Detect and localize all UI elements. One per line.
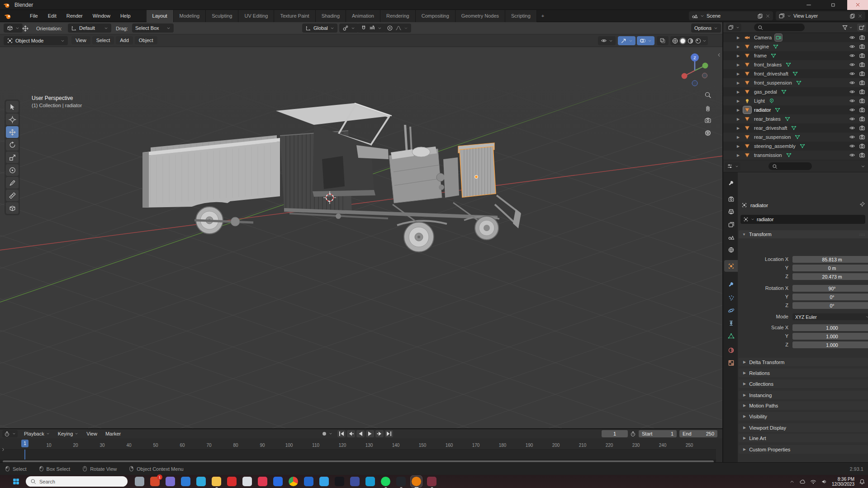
- taskbar-app-spotify[interactable]: [380, 476, 391, 487]
- render-visibility-icon[interactable]: [857, 125, 867, 131]
- notifications-icon[interactable]: [859, 479, 865, 485]
- app-menu-icon[interactable]: [5, 12, 12, 20]
- tab-compositing[interactable]: Compositing: [416, 10, 455, 22]
- properties-tab-object[interactable]: [724, 260, 738, 272]
- jump-to-start-button[interactable]: [337, 430, 346, 437]
- tool-add-cube[interactable]: [6, 202, 19, 214]
- outliner-row[interactable]: ▶Light: [723, 96, 868, 105]
- close-button[interactable]: [847, 0, 868, 10]
- transform-value-field[interactable]: 0°: [792, 294, 868, 300]
- disclosure-icon[interactable]: ▶: [737, 72, 743, 76]
- hide-eye-icon[interactable]: [847, 34, 857, 41]
- outliner-display-mode[interactable]: [726, 24, 741, 31]
- pan-view-button[interactable]: [702, 102, 713, 113]
- menu-help[interactable]: Help: [116, 12, 135, 20]
- transform-value-field[interactable]: 1.000: [792, 324, 868, 331]
- rendered-shading-button[interactable]: [695, 38, 702, 44]
- snap-toggle-button[interactable]: [357, 24, 385, 33]
- outliner-row[interactable]: ▶steering_assembly: [723, 142, 868, 151]
- taskbar-app-mail-badge[interactable]: 1: [149, 476, 161, 487]
- hide-eye-icon[interactable]: [847, 152, 857, 158]
- remove-layer-icon[interactable]: [858, 14, 863, 19]
- menu-window[interactable]: Window: [89, 12, 114, 20]
- render-visibility-icon[interactable]: [857, 71, 867, 77]
- truck-model[interactable]: [142, 103, 521, 252]
- disclosure-icon[interactable]: ▶: [737, 126, 743, 130]
- hide-eye-icon[interactable]: [847, 62, 857, 68]
- object-visibility-dropdown[interactable]: [598, 36, 616, 45]
- hide-eye-icon[interactable]: [847, 116, 857, 122]
- taskbar-app-dropbox[interactable]: [272, 476, 284, 487]
- tab-rendering[interactable]: Rendering: [380, 10, 416, 22]
- properties-tab-output[interactable]: [724, 206, 738, 218]
- stopwatch-icon[interactable]: [630, 431, 636, 437]
- render-visibility-icon[interactable]: [857, 98, 867, 104]
- disclosure-icon[interactable]: ▶: [737, 63, 743, 67]
- render-visibility-icon[interactable]: [857, 143, 867, 149]
- filter-icon[interactable]: [842, 24, 848, 31]
- render-visibility-icon[interactable]: [857, 80, 867, 86]
- render-visibility-icon[interactable]: [857, 34, 867, 41]
- transform-value-field[interactable]: XYZ Euler: [792, 313, 868, 320]
- disclosure-icon[interactable]: ▶: [737, 99, 743, 103]
- render-visibility-icon[interactable]: [857, 89, 867, 95]
- disclosure-icon[interactable]: ▶: [737, 135, 743, 139]
- taskbar-clock[interactable]: 8:36 PM 12/30/2023: [832, 477, 854, 487]
- tab-texture-paint[interactable]: Texture Paint: [274, 10, 315, 22]
- tab-sculpting[interactable]: Sculpting: [206, 10, 238, 22]
- properties-tab-particles[interactable]: [724, 292, 738, 303]
- outliner-row[interactable]: ▶rear_brakes: [723, 114, 868, 123]
- outliner-row[interactable]: ▶front_driveshaft: [723, 69, 868, 78]
- viewport-menu-object[interactable]: Object: [135, 36, 157, 44]
- wireframe-shading-button[interactable]: [672, 38, 678, 44]
- outliner-row[interactable]: ▶Camera: [723, 33, 868, 42]
- tool-transform[interactable]: [6, 164, 19, 176]
- tool-cursor[interactable]: [6, 114, 19, 125]
- hide-eye-icon[interactable]: [847, 89, 857, 95]
- viewport-menu-view[interactable]: View: [71, 36, 90, 44]
- volume-icon[interactable]: [821, 479, 827, 485]
- transform-orientation-dropdown[interactable]: Global: [302, 24, 337, 33]
- disclosure-icon[interactable]: ▶: [737, 54, 743, 58]
- transform-value-field[interactable]: 1.000: [792, 341, 868, 348]
- outliner-row[interactable]: ▶transmission: [723, 151, 868, 160]
- show-gizmo-button[interactable]: [618, 36, 636, 45]
- menu-file[interactable]: File: [26, 12, 42, 20]
- menu-edit[interactable]: Edit: [44, 12, 61, 20]
- properties-display-button[interactable]: [725, 162, 740, 171]
- prev-keyframe-button[interactable]: [347, 430, 355, 437]
- taskbar-app-terminal[interactable]: [395, 476, 407, 487]
- timeline-track[interactable]: [0, 450, 716, 460]
- options-dropdown[interactable]: Options: [691, 24, 721, 33]
- section-viewport-display[interactable]: ▶Viewport Display: [739, 423, 868, 432]
- disclosure-icon[interactable]: ▶: [737, 117, 743, 121]
- end-frame-field[interactable]: End 250: [679, 430, 717, 437]
- xray-toggle-button[interactable]: [657, 36, 669, 45]
- viewport-canvas[interactable]: User Perspective (1) Collection | radiat…: [0, 47, 722, 428]
- ortho-toggle-button[interactable]: [702, 128, 713, 138]
- onedrive-icon[interactable]: [799, 479, 806, 485]
- taskbar-app-fonts[interactable]: [334, 476, 345, 487]
- outliner-row[interactable]: ▶gas_pedal: [723, 87, 868, 96]
- section-relations[interactable]: ▶Relations: [739, 369, 868, 377]
- tool-rotate[interactable]: [6, 139, 19, 151]
- next-keyframe-button[interactable]: [375, 430, 384, 437]
- pin-icon[interactable]: [859, 201, 865, 208]
- record-icon[interactable]: [321, 431, 327, 437]
- properties-tab-render[interactable]: [724, 193, 738, 205]
- timeline-menu-view[interactable]: View: [83, 430, 101, 437]
- taskbar-app-prime-video[interactable]: [365, 476, 376, 487]
- section-line-art[interactable]: ▶Line Art: [739, 434, 868, 442]
- hide-eye-icon[interactable]: [847, 125, 857, 131]
- chevron-down-icon[interactable]: [702, 39, 707, 43]
- add-workspace-button[interactable]: +: [537, 13, 549, 19]
- taskbar-app-mdfp[interactable]: [303, 476, 314, 487]
- tab-modeling[interactable]: Modeling: [174, 10, 206, 22]
- section-visibility[interactable]: ▶Visibility: [739, 412, 868, 421]
- mode-dropdown[interactable]: Object Mode: [4, 36, 68, 45]
- taskbar-app-paint-tool[interactable]: [349, 476, 360, 487]
- taskbar-app-gimp[interactable]: [426, 476, 437, 487]
- outliner-row[interactable]: ▶radiator: [723, 105, 868, 114]
- disclosure-icon[interactable]: ▶: [737, 108, 743, 112]
- orientation-dropdown[interactable]: Default: [68, 24, 111, 33]
